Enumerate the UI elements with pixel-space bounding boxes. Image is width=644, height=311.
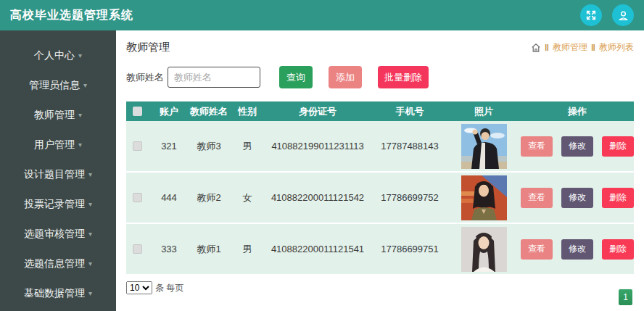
column-header-actions: 操作 (521, 105, 634, 118)
cell-phone: 17786699752 (373, 192, 447, 203)
batch-delete-button[interactable]: 批量删除 (378, 66, 429, 88)
delete-button[interactable]: 删除 (602, 239, 634, 260)
column-header-account: 账户 (152, 105, 186, 118)
sidebar-item-user-management[interactable]: 用户管理 ▾ (0, 130, 116, 159)
column-header-id-number: 身份证号 (263, 105, 373, 118)
cell-phone: 17787488143 (373, 141, 447, 152)
chevron-down-icon: ▾ (88, 170, 92, 178)
delete-button[interactable]: 删除 (602, 136, 634, 157)
sidebar-item-vote-record-management[interactable]: 投票记录管理 ▾ (0, 189, 116, 219)
page-1-button[interactable]: 1 (619, 289, 632, 305)
teacher1-photo (461, 227, 507, 272)
cell-id-number: 410882200011121541 (263, 244, 373, 254)
table-row: 444 教师2 女 410882200011121542 17786699752 (126, 173, 634, 224)
per-page-label: 条 每页 (155, 282, 183, 294)
chevron-down-icon: ▾ (78, 141, 82, 149)
add-button[interactable]: 添加 (329, 66, 362, 88)
cell-account: 321 (152, 141, 186, 152)
sidebar-item-label: 投票记录管理 (24, 198, 85, 211)
column-header-phone: 手机号 (373, 105, 447, 118)
sidebar-item-topic-info-management[interactable]: 选题信息管理 ▾ (0, 249, 116, 278)
cell-id-number: 410882200011121542 (263, 192, 373, 203)
sidebar-item-topic-review-management[interactable]: 选题审核管理 ▾ (0, 219, 116, 249)
fullscreen-button[interactable] (580, 4, 602, 26)
cell-account: 444 (152, 192, 186, 203)
query-button[interactable]: 查询 (279, 66, 313, 88)
sidebar-item-label: 用户管理 (34, 138, 75, 152)
teacher-table: 账户 教师姓名 性别 身份证号 手机号 照片 操作 321 教师3 男 4108… (126, 101, 634, 275)
sidebar-item-label: 教师管理 (34, 109, 75, 122)
sidebar-item-personal-center[interactable]: 个人中心 ▾ (0, 41, 116, 70)
chevron-down-icon: ▾ (88, 260, 92, 268)
teacher-name-input[interactable] (168, 67, 260, 88)
topbar-icons (580, 4, 634, 26)
cell-teacher-name: 教师2 (186, 191, 232, 204)
edit-button[interactable]: 修改 (561, 239, 593, 260)
app-title: 高校毕业选题管理系统 (10, 8, 133, 23)
edit-button[interactable]: 修改 (561, 188, 593, 208)
edit-button[interactable]: 修改 (561, 136, 593, 157)
main-content: 教师管理 ‖ 教师管理 ‖ 教师列表 教师姓名 查询 添加 批量删除 账户 (116, 30, 644, 311)
view-button[interactable]: 查看 (521, 188, 553, 208)
teacher2-photo (461, 175, 507, 220)
home-icon[interactable] (531, 43, 541, 53)
page-size-select[interactable]: 10 (126, 281, 152, 294)
chevron-down-icon: ▾ (88, 230, 92, 238)
table-header-row: 账户 教师姓名 性别 身份证号 手机号 照片 操作 (126, 101, 634, 121)
sidebar-item-label: 基础数据管理 (24, 287, 85, 300)
app-header: 高校毕业选题管理系统 (0, 0, 644, 30)
chevron-down-icon: ▾ (78, 51, 82, 59)
row-checkbox[interactable] (133, 244, 142, 254)
cell-gender: 男 (232, 243, 263, 256)
page-title: 教师管理 (126, 41, 170, 54)
view-button[interactable]: 查看 (521, 136, 553, 157)
user-icon (617, 9, 629, 22)
search-label: 教师姓名 (126, 71, 164, 84)
row-checkbox[interactable] (133, 193, 142, 202)
sidebar-item-label: 管理员信息 (29, 79, 80, 92)
breadcrumb: ‖ 教师管理 ‖ 教师列表 (531, 41, 634, 54)
cell-teacher-name: 教师1 (186, 243, 232, 256)
cell-account: 333 (152, 244, 186, 254)
cell-gender: 女 (232, 191, 263, 204)
row-checkbox[interactable] (133, 141, 142, 151)
sidebar-item-label: 个人中心 (34, 49, 75, 62)
user-profile-button[interactable] (612, 4, 634, 26)
cell-gender: 男 (232, 140, 263, 153)
view-button[interactable]: 查看 (521, 239, 553, 260)
table-row: 321 教师3 男 410882199011231113 17787488143 (126, 121, 634, 173)
sidebar-item-label: 选题信息管理 (24, 257, 85, 270)
cell-teacher-name: 教师3 (186, 140, 232, 153)
teacher3-photo (461, 124, 507, 169)
table-row: 333 教师1 男 410882200011121541 17786699751… (126, 224, 634, 275)
sidebar-item-admin-info[interactable]: 管理员信息 ▾ (0, 70, 116, 100)
sidebar: 个人中心 ▾ 管理员信息 ▾ 教师管理 ▾ 用户管理 ▾ 设计题目管理 ▾ 投票… (0, 30, 116, 311)
fullscreen-icon (585, 9, 597, 21)
chevron-down-icon: ▾ (83, 81, 87, 89)
pagination-bar: 10 条 每页 (126, 281, 634, 294)
breadcrumb-separator: ‖ (545, 43, 549, 53)
sidebar-item-design-topic-management[interactable]: 设计题目管理 ▾ (0, 159, 116, 189)
breadcrumb-link-teacher-list[interactable]: 教师列表 (599, 41, 634, 54)
chevron-down-icon: ▾ (78, 111, 82, 119)
sidebar-item-base-data-management[interactable]: 基础数据管理 ▾ (0, 278, 116, 308)
column-header-photo: 照片 (447, 105, 521, 118)
sidebar-item-label: 设计题目管理 (24, 168, 85, 181)
breadcrumb-link-teacher-management[interactable]: 教师管理 (553, 41, 587, 54)
cell-phone: 17786699751 (373, 244, 447, 254)
content-header: 教师管理 ‖ 教师管理 ‖ 教师列表 (126, 41, 634, 54)
column-header-gender: 性别 (232, 105, 263, 118)
select-all-checkbox[interactable] (133, 107, 142, 116)
column-header-teacher-name: 教师姓名 (186, 105, 232, 118)
sidebar-item-teacher-management[interactable]: 教师管理 ▾ (0, 100, 116, 130)
breadcrumb-separator: ‖ (591, 43, 595, 53)
delete-button[interactable]: 删除 (602, 188, 634, 208)
search-toolbar: 教师姓名 查询 添加 批量删除 (126, 66, 634, 88)
chevron-down-icon: ▾ (88, 200, 92, 208)
chevron-down-icon: ▾ (88, 289, 92, 297)
sidebar-item-label: 选题审核管理 (24, 228, 85, 241)
cell-id-number: 410882199011231113 (263, 141, 373, 152)
sidebar-item-notice-management[interactable]: 公告管理 ▾ (0, 308, 116, 311)
